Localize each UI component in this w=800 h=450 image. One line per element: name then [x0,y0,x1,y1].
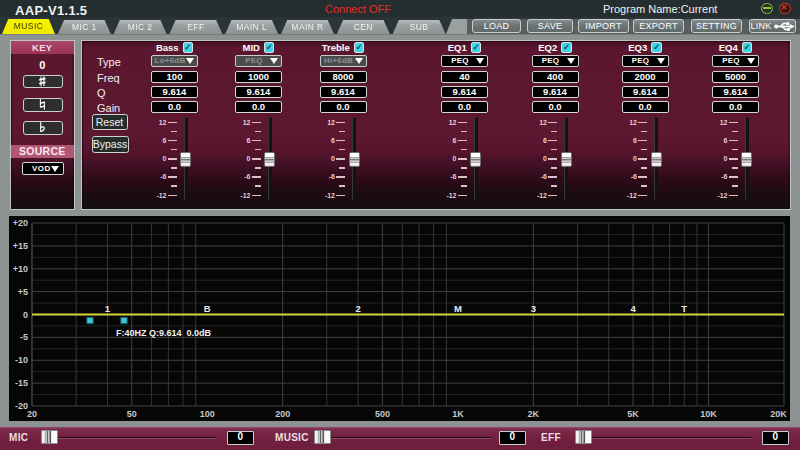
svg-text:50: 50 [127,409,137,419]
svg-text:1K: 1K [452,409,464,419]
svg-text:0: 0 [23,310,28,320]
svg-text:4: 4 [630,303,636,314]
svg-text:100: 100 [200,409,215,419]
svg-text:-15: -15 [15,378,28,388]
svg-text:3: 3 [531,303,536,314]
svg-text:2K: 2K [528,409,540,419]
svg-text:M: M [454,303,462,314]
svg-text:+15: +15 [13,241,28,251]
svg-text:+20: +20 [13,218,28,228]
svg-text:-10: -10 [15,355,28,365]
svg-text:F:40HZ Q:9.614 0.0dB: F:40HZ Q:9.614 0.0dB [116,328,212,338]
svg-text:200: 200 [275,409,290,419]
svg-text:20K: 20K [770,409,787,419]
svg-text:+10: +10 [13,264,28,274]
svg-text:2: 2 [355,303,360,314]
svg-text:1: 1 [105,303,111,314]
svg-text:5K: 5K [627,409,639,419]
svg-text:-5: -5 [20,332,28,342]
svg-text:20: 20 [27,409,37,419]
svg-text:B: B [204,303,211,314]
svg-text:10K: 10K [700,409,717,419]
svg-text:500: 500 [375,409,390,419]
svg-text:T: T [681,303,687,314]
svg-text:+5: +5 [18,287,28,297]
